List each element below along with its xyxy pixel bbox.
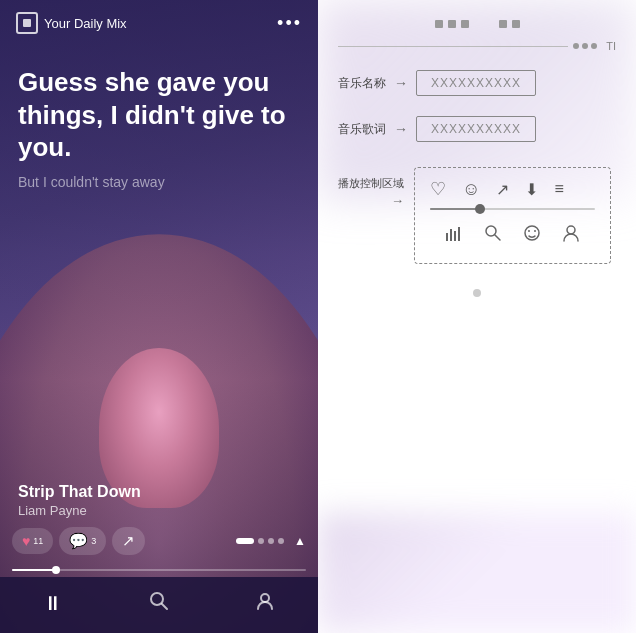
page-dots xyxy=(236,538,284,544)
control-icons-row: ♡ ☺ ↗ ⬇ ≡ xyxy=(425,178,600,200)
svg-rect-5 xyxy=(454,231,456,241)
diagram-dot-3 xyxy=(461,20,469,28)
dot-active xyxy=(236,538,254,544)
like-button[interactable]: ♥ 11 xyxy=(12,528,53,554)
song-artist: Liam Payne xyxy=(18,503,141,518)
svg-point-9 xyxy=(525,226,539,240)
search-ctrl-icon[interactable] xyxy=(484,224,502,247)
arrow-control: → xyxy=(391,193,404,209)
arrow-2: → xyxy=(394,121,408,137)
download-ctrl-icon[interactable]: ⬇ xyxy=(525,180,538,199)
comment-button[interactable]: 💬 3 xyxy=(59,527,106,555)
svg-point-2 xyxy=(261,594,269,602)
svg-point-0 xyxy=(151,593,163,605)
control-section: ♡ ☺ ↗ ⬇ ≡ xyxy=(414,167,611,264)
progress-fill xyxy=(12,569,56,571)
face-ctrl-icon[interactable] xyxy=(523,224,541,247)
diagram-dot-1 xyxy=(435,20,443,28)
list-ctrl-icon[interactable]: ≡ xyxy=(554,180,563,198)
control-zone-label: 播放控制区域 xyxy=(338,176,404,191)
progress-control-thumb xyxy=(475,204,485,214)
diagram-dot-4 xyxy=(499,20,507,28)
svg-rect-4 xyxy=(450,229,452,241)
share-ctrl-icon[interactable]: ↗ xyxy=(496,180,509,199)
back-icon[interactable] xyxy=(16,12,38,34)
menu-dots[interactable]: ••• xyxy=(277,13,302,34)
comment-count: 3 xyxy=(91,536,96,546)
header-title: Your Daily Mix xyxy=(44,16,127,31)
music-lyrics-row: 音乐歌词 → XXXXXXXXXX xyxy=(338,116,616,142)
icon-inner xyxy=(23,19,31,27)
profile-icon xyxy=(255,591,275,616)
dot-2 xyxy=(268,538,274,544)
progress-control[interactable] xyxy=(425,208,600,210)
dot-1 xyxy=(258,538,264,544)
diagram-dot-2 xyxy=(448,20,456,28)
music-lyrics-label: 音乐歌词 xyxy=(338,121,386,138)
play-pause-icon: ⏸ xyxy=(43,592,63,615)
search-icon xyxy=(149,591,169,616)
share-icon: ↗ xyxy=(122,532,135,550)
diagram-container: TI 音乐名称 → XXXXXXXXXX 音乐歌词 → XXXXXXXXXX 播… xyxy=(318,0,636,312)
nav-play-button[interactable]: ⏸ xyxy=(43,592,63,615)
dot-3 xyxy=(278,538,284,544)
lyrics-secondary: But I couldn't stay away xyxy=(18,174,300,190)
equalizer-icon[interactable] xyxy=(445,225,463,246)
svg-line-8 xyxy=(495,235,500,240)
ti-label: TI xyxy=(606,40,616,52)
progress-thumb xyxy=(52,566,60,574)
music-name-row: 音乐名称 → XXXXXXXXXX xyxy=(338,70,616,96)
svg-line-1 xyxy=(162,604,167,609)
lyrics-main: Guess she gave you things, I didn't give… xyxy=(18,66,300,164)
share-button[interactable]: ↗ xyxy=(112,527,145,555)
top-bar: Your Daily Mix ••• xyxy=(0,0,318,46)
music-lyrics-box[interactable]: XXXXXXXXXX xyxy=(416,116,536,142)
svg-point-11 xyxy=(534,230,536,232)
control-zone-label-outer: 播放控制区域 → xyxy=(338,162,404,209)
music-name-box[interactable]: XXXXXXXXXX xyxy=(416,70,536,96)
progress-bar[interactable] xyxy=(0,569,318,571)
heart-icon: ♥ xyxy=(22,533,30,549)
music-lyrics-value: XXXXXXXXXX xyxy=(431,122,521,136)
bottom-nav: ⏸ xyxy=(0,577,318,633)
progress-control-track xyxy=(430,208,595,210)
bottom-nav-icons xyxy=(425,218,600,253)
svg-rect-3 xyxy=(446,233,448,241)
center-dot-area xyxy=(338,289,616,297)
smiley-ctrl-icon[interactable]: ☺ xyxy=(462,179,480,200)
dot-line-3 xyxy=(591,43,597,49)
center-dot xyxy=(473,289,481,297)
diagram-dot-5 xyxy=(512,20,520,28)
right-panel: TI 音乐名称 → XXXXXXXXXX 音乐歌词 → XXXXXXXXXX 播… xyxy=(318,0,636,633)
song-title: Strip That Down xyxy=(18,483,141,501)
dot-line-2 xyxy=(582,43,588,49)
top-bar-left: Your Daily Mix xyxy=(16,12,127,34)
svg-point-10 xyxy=(528,230,530,232)
like-count: 11 xyxy=(33,536,43,546)
progress-control-fill xyxy=(430,208,480,210)
nav-search-button[interactable] xyxy=(149,591,169,616)
h-line-1 xyxy=(338,46,568,47)
song-info: Strip That Down Liam Payne xyxy=(18,483,141,518)
heart-ctrl-icon[interactable]: ♡ xyxy=(430,178,446,200)
dot-line-1 xyxy=(573,43,579,49)
svg-rect-6 xyxy=(458,227,460,241)
arrow-1: → xyxy=(394,75,408,91)
person-figure xyxy=(0,230,318,578)
left-panel: Your Daily Mix ••• Guess she gave you th… xyxy=(0,0,318,633)
comment-icon: 💬 xyxy=(69,532,88,550)
progress-track xyxy=(12,569,306,571)
profile-ctrl-icon[interactable] xyxy=(562,224,580,247)
blur-background-bottom xyxy=(318,513,636,633)
arrow-up-icon[interactable]: ▲ xyxy=(294,534,306,548)
nav-profile-button[interactable] xyxy=(255,591,275,616)
svg-point-12 xyxy=(567,226,575,234)
lyrics-area: Guess she gave you things, I didn't give… xyxy=(0,46,318,190)
action-row: ♥ 11 💬 3 ↗ ▲ xyxy=(12,527,306,555)
music-name-value: XXXXXXXXXX xyxy=(431,76,521,90)
music-name-label: 音乐名称 xyxy=(338,75,386,92)
